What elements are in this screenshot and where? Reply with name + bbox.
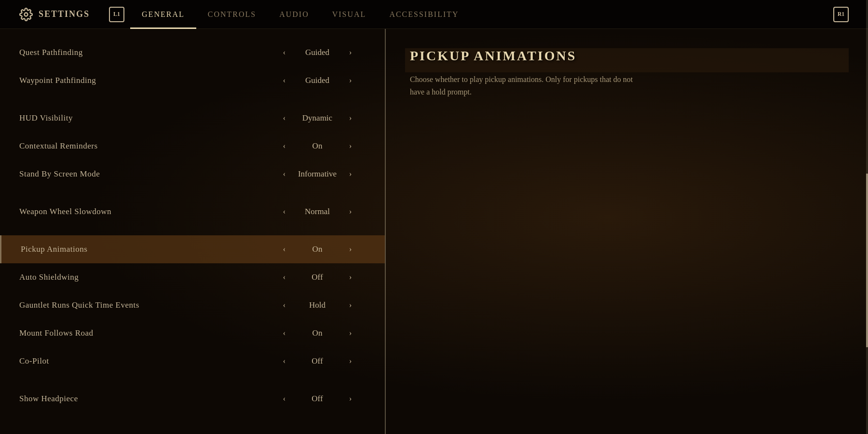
setting-name-show-headpiece: Show Headpiece xyxy=(19,394,269,404)
setting-value-weapon-wheel-slowdown: Normal xyxy=(293,207,341,217)
chevron-left-icon[interactable]: ‹ xyxy=(283,394,285,403)
nav-settings-group: SETTINGS xyxy=(19,8,90,21)
setting-name-auto-shieldwing: Auto Shieldwing xyxy=(19,272,269,282)
main-content: Quest Pathfinding‹Guided›Waypoint Pathfi… xyxy=(0,29,868,434)
setting-spacer xyxy=(0,95,385,104)
setting-value-hud-visibility: Dynamic xyxy=(293,113,341,123)
setting-controls-quest-pathfinding: ‹Guided› xyxy=(269,48,366,57)
setting-value-gauntlet-runs: Hold xyxy=(293,300,341,310)
setting-controls-auto-shieldwing: ‹Off› xyxy=(269,272,366,282)
chevron-left-icon[interactable]: ‹ xyxy=(283,245,285,254)
nav-tabs: GENERALCONTROLSAUDIOVISUALACCESSIBILITY xyxy=(130,0,833,29)
setting-controls-hud-visibility: ‹Dynamic› xyxy=(269,113,366,123)
chevron-left-icon[interactable]: ‹ xyxy=(283,76,285,85)
setting-row-auto-shieldwing[interactable]: Auto Shieldwing‹Off› xyxy=(0,263,385,291)
setting-controls-weapon-wheel-slowdown: ‹Normal› xyxy=(269,207,366,217)
chevron-right-icon[interactable]: › xyxy=(349,301,352,310)
setting-value-auto-shieldwing: Off xyxy=(293,272,341,282)
chevron-right-icon[interactable]: › xyxy=(349,76,352,85)
chevron-right-icon[interactable]: › xyxy=(349,394,352,403)
chevron-right-icon[interactable]: › xyxy=(349,48,352,57)
setting-name-hud-visibility: HUD Visibility xyxy=(19,113,269,123)
setting-row-mount-follows-road[interactable]: Mount Follows Road‹On› xyxy=(0,319,385,347)
setting-controls-mount-follows-road: ‹On› xyxy=(269,328,366,338)
chevron-left-icon[interactable]: ‹ xyxy=(283,329,285,338)
chevron-left-icon[interactable]: ‹ xyxy=(283,170,285,178)
setting-row-waypoint-pathfinding[interactable]: Waypoint Pathfinding‹Guided› xyxy=(0,67,385,95)
setting-name-mount-follows-road: Mount Follows Road xyxy=(19,328,269,338)
setting-value-standby-screen-mode: Informative xyxy=(293,169,341,179)
setting-name-contextual-reminders: Contextual Reminders xyxy=(19,141,269,151)
setting-name-standby-screen-mode: Stand By Screen Mode xyxy=(19,169,269,179)
top-nav: SETTINGS L1 GENERALCONTROLSAUDIOVISUALAC… xyxy=(0,0,868,29)
detail-panel: PICKUP ANIMATIONS Choose whether to play… xyxy=(386,29,868,434)
setting-row-contextual-reminders[interactable]: Contextual Reminders‹On› xyxy=(0,132,385,160)
l1-button[interactable]: L1 xyxy=(109,7,124,22)
settings-label: SETTINGS xyxy=(39,9,90,19)
chevron-right-icon[interactable]: › xyxy=(349,170,352,178)
chevron-right-icon[interactable]: › xyxy=(349,329,352,338)
tab-general[interactable]: GENERAL xyxy=(130,0,196,29)
setting-value-show-headpiece: Off xyxy=(293,394,341,404)
setting-value-pickup-animations: On xyxy=(293,244,341,254)
setting-spacer xyxy=(0,375,385,385)
setting-name-co-pilot: Co-Pilot xyxy=(19,356,269,366)
chevron-left-icon[interactable]: ‹ xyxy=(283,207,285,216)
setting-row-co-pilot[interactable]: Co-Pilot‹Off› xyxy=(0,347,385,375)
chevron-right-icon[interactable]: › xyxy=(349,142,352,150)
chevron-right-icon[interactable]: › xyxy=(349,245,352,254)
chevron-right-icon[interactable]: › xyxy=(349,114,352,122)
setting-name-pickup-animations: Pickup Animations xyxy=(21,244,269,254)
setting-controls-pickup-animations: ‹On› xyxy=(269,244,366,254)
setting-row-quest-pathfinding[interactable]: Quest Pathfinding‹Guided› xyxy=(0,39,385,67)
setting-name-quest-pathfinding: Quest Pathfinding xyxy=(19,48,269,57)
setting-spacer xyxy=(0,226,385,235)
setting-controls-co-pilot: ‹Off› xyxy=(269,356,366,366)
app-container: SETTINGS L1 GENERALCONTROLSAUDIOVISUALAC… xyxy=(0,0,868,434)
chevron-left-icon[interactable]: ‹ xyxy=(283,357,285,366)
chevron-right-icon[interactable]: › xyxy=(349,273,352,282)
setting-controls-contextual-reminders: ‹On› xyxy=(269,141,366,151)
setting-row-standby-screen-mode[interactable]: Stand By Screen Mode‹Informative› xyxy=(0,160,385,188)
setting-controls-waypoint-pathfinding: ‹Guided› xyxy=(269,76,366,85)
setting-name-weapon-wheel-slowdown: Weapon Wheel Slowdown xyxy=(19,207,269,217)
chevron-right-icon[interactable]: › xyxy=(349,357,352,366)
settings-list: Quest Pathfinding‹Guided›Waypoint Pathfi… xyxy=(0,29,386,434)
setting-controls-show-headpiece: ‹Off› xyxy=(269,394,366,404)
setting-controls-standby-screen-mode: ‹Informative› xyxy=(269,169,366,179)
setting-row-hud-visibility[interactable]: HUD Visibility‹Dynamic› xyxy=(0,104,385,132)
setting-row-pickup-animations[interactable]: Pickup Animations‹On› xyxy=(0,235,385,263)
setting-name-gauntlet-runs: Gauntlet Runs Quick Time Events xyxy=(19,300,269,310)
chevron-left-icon[interactable]: ‹ xyxy=(283,273,285,282)
tab-accessibility[interactable]: ACCESSIBILITY xyxy=(378,0,470,29)
chevron-left-icon[interactable]: ‹ xyxy=(283,301,285,310)
tab-visual[interactable]: VISUAL xyxy=(321,0,378,29)
gear-icon xyxy=(19,8,33,21)
setting-name-waypoint-pathfinding: Waypoint Pathfinding xyxy=(19,76,269,85)
chevron-right-icon[interactable]: › xyxy=(349,207,352,216)
setting-value-contextual-reminders: On xyxy=(293,141,341,151)
r1-button[interactable]: R1 xyxy=(833,7,849,22)
setting-row-gauntlet-runs[interactable]: Gauntlet Runs Quick Time Events‹Hold› xyxy=(0,291,385,319)
detail-description: Choose whether to play pickup animations… xyxy=(410,73,641,98)
tab-audio[interactable]: AUDIO xyxy=(268,0,321,29)
setting-row-weapon-wheel-slowdown[interactable]: Weapon Wheel Slowdown‹Normal› xyxy=(0,198,385,226)
setting-value-quest-pathfinding: Guided xyxy=(293,48,341,57)
setting-spacer xyxy=(0,188,385,198)
setting-controls-gauntlet-runs: ‹Hold› xyxy=(269,300,366,310)
setting-row-show-headpiece[interactable]: Show Headpiece‹Off› xyxy=(0,385,385,413)
detail-title: PICKUP ANIMATIONS xyxy=(410,48,844,64)
chevron-left-icon[interactable]: ‹ xyxy=(283,48,285,57)
setting-value-mount-follows-road: On xyxy=(293,328,341,338)
setting-value-waypoint-pathfinding: Guided xyxy=(293,76,341,85)
chevron-left-icon[interactable]: ‹ xyxy=(283,114,285,122)
tab-controls[interactable]: CONTROLS xyxy=(196,0,268,29)
svg-point-0 xyxy=(25,13,28,16)
setting-value-co-pilot: Off xyxy=(293,356,341,366)
chevron-left-icon[interactable]: ‹ xyxy=(283,142,285,150)
